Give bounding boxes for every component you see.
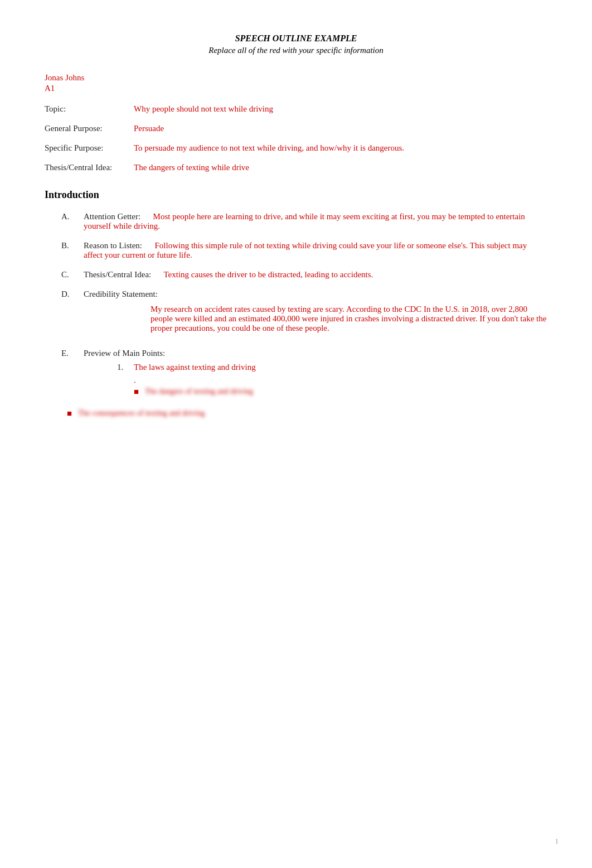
outline-content-c: Thesis/Central Idea: Texting causes the … [84, 270, 547, 279]
thesis-label: Thesis/Central Idea: [45, 163, 134, 172]
meta-section: Jonas Johns A1 Topic: Why people should … [45, 73, 547, 172]
sub-list: 1. The laws against texting and driving … [117, 363, 547, 397]
document-title: SPEECH OUTLINE EXAMPLE [45, 33, 547, 44]
period-line: . [134, 375, 547, 385]
outline-letter-c: C. [61, 270, 84, 279]
credibility-text: My research on accident rates caused by … [151, 305, 546, 332]
outline-section: A. Attention Getter: Most people here ar… [61, 212, 547, 418]
outline-item-c: C. Thesis/Central Idea: Texting causes t… [61, 270, 547, 279]
author-class: A1 [45, 84, 547, 93]
outline-item-e: E. Preview of Main Points: 1. The laws a… [61, 349, 547, 399]
blurred-text-2: The consequences of texting and driving [78, 409, 205, 418]
general-purpose-label: General Purpose: [45, 124, 134, 133]
specific-purpose-label: Specific Purpose: [45, 143, 134, 153]
document-subtitle: Replace all of the red with your specifi… [45, 46, 547, 55]
blurred-item-1: ■ The dangers of texting and driving [134, 387, 547, 397]
sub-num-1: 1. [117, 363, 134, 372]
general-purpose-value: Persuade [134, 124, 547, 133]
outline-content-a: Attention Getter: Most people here are l… [84, 212, 547, 231]
preview-label: Preview of Main Points: [84, 349, 165, 358]
outline-content-b: Reason to Listen: Following this simple … [84, 241, 547, 260]
sub-text-1: The laws against texting and driving [134, 363, 256, 372]
outline-letter-a: A. [61, 212, 84, 221]
outline-content-e: Preview of Main Points: 1. The laws agai… [84, 349, 547, 399]
sub-sub-list: ■ The dangers of texting and driving [134, 387, 547, 397]
outline-content-d: Credibility Statement: My research on ac… [84, 290, 547, 339]
outline-letter-e: E. [61, 349, 84, 358]
page-number: 1 [555, 837, 559, 846]
credibility-text-block: My research on accident rates caused by … [151, 305, 547, 333]
introduction-title: Introduction [45, 189, 547, 201]
specific-purpose-value: To persuade my audience to not text whil… [134, 143, 547, 153]
outline-item-d: D. Credibility Statement: My research on… [61, 290, 547, 339]
bullet-icon-2: ■ [67, 409, 78, 418]
thesis-central-label: Thesis/Central Idea: [84, 270, 151, 279]
thesis-value: The dangers of texting while drive [134, 163, 547, 172]
topic-label: Topic: [45, 104, 134, 114]
attention-getter-label: Attention Getter: [84, 212, 140, 221]
topic-row: Topic: Why people should not text while … [45, 104, 547, 114]
specific-purpose-row: Specific Purpose: To persuade my audienc… [45, 143, 547, 153]
sub-item-1: 1. The laws against texting and driving [117, 363, 547, 372]
bullet-icon-1: ■ [134, 387, 145, 397]
general-purpose-row: General Purpose: Persuade [45, 124, 547, 133]
credibility-label: Credibility Statement: [84, 290, 158, 298]
outline-item-a: A. Attention Getter: Most people here ar… [61, 212, 547, 231]
topic-value: Why people should not text while driving [134, 104, 547, 114]
reason-listen-label: Reason to Listen: [84, 241, 142, 250]
outline-item-b: B. Reason to Listen: Following this simp… [61, 241, 547, 260]
thesis-central-text: Texting causes the driver to be distract… [163, 270, 373, 279]
document-header: SPEECH OUTLINE EXAMPLE Replace all of th… [45, 33, 547, 55]
blurred-bottom-item: ■ The consequences of texting and drivin… [67, 409, 547, 418]
outline-letter-b: B. [61, 241, 84, 250]
blurred-text-1: The dangers of texting and driving [145, 387, 253, 396]
outline-letter-d: D. [61, 290, 84, 299]
author-name: Jonas Johns [45, 73, 547, 83]
thesis-row: Thesis/Central Idea: The dangers of text… [45, 163, 547, 172]
